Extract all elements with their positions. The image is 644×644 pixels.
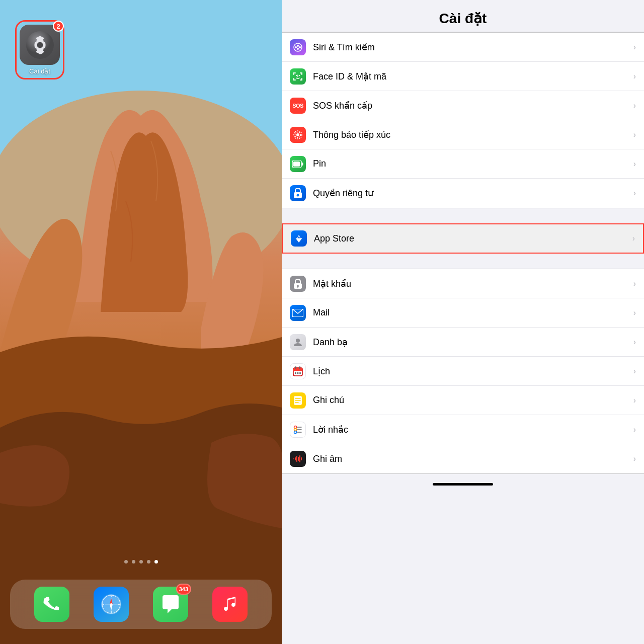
svg-point-18 (297, 45, 299, 47)
password-label: Mật khẩu (313, 278, 633, 289)
svg-rect-44 (299, 372, 301, 374)
dot-4[interactable] (147, 560, 150, 564)
siri-chevron: › (633, 43, 636, 52)
siri-icon (290, 39, 306, 55)
siri-label: Siri & Tìm kiếm (313, 42, 633, 53)
settings-item-privacy[interactable]: Quyền riêng tư › (282, 179, 644, 208)
svg-rect-59 (299, 455, 300, 462)
wallpaper (0, 0, 282, 644)
settings-list[interactable]: Siri & Tìm kiếm › (282, 32, 644, 644)
svg-point-36 (296, 339, 300, 343)
reminders-icon (290, 422, 306, 438)
settings-item-battery[interactable]: Pin › (282, 149, 644, 179)
privacy-icon (290, 185, 306, 201)
dot-1[interactable] (124, 560, 128, 564)
password-chevron: › (633, 279, 636, 288)
faceid-icon (290, 68, 306, 85)
calendar-icon (290, 363, 306, 379)
group-spacer-1 (282, 208, 644, 223)
mail-chevron: › (633, 308, 636, 317)
privacy-chevron: › (633, 189, 636, 198)
reminders-label: Lời nhắc (313, 424, 633, 435)
voice-label: Ghi âm (313, 454, 633, 464)
sos-chevron: › (633, 101, 636, 110)
notes-chevron: › (633, 396, 636, 405)
settings-item-exposure[interactable]: Thông báo tiếp xúc › (282, 120, 644, 149)
faceid-label: Face ID & Mật mã (313, 71, 633, 82)
settings-group-1: Siri & Tìm kiếm › (282, 32, 644, 208)
svg-point-51 (294, 431, 297, 433)
dock-music-icon[interactable] (212, 587, 248, 622)
settings-item-reminders[interactable]: Lời nhắc › (282, 415, 644, 444)
dot-5[interactable] (154, 560, 158, 564)
svg-rect-42 (295, 372, 296, 374)
sos-icon: SOS (290, 98, 306, 114)
settings-app-label: Cài đặt (29, 67, 50, 75)
svg-rect-58 (298, 457, 299, 461)
appstore-icon (291, 230, 307, 247)
appstore-chevron: › (632, 234, 635, 243)
settings-header: Cài đặt (282, 0, 644, 32)
settings-item-appstore[interactable]: App Store › (282, 223, 644, 254)
battery-label: Pin (313, 158, 633, 169)
voice-chevron: › (633, 454, 636, 463)
notes-label: Ghi chú (313, 395, 633, 406)
settings-group-2: Mật khẩu › Mail › (282, 269, 644, 474)
svg-rect-43 (297, 372, 299, 374)
dock-messages-icon[interactable]: 343 (153, 587, 188, 622)
dock-phone-icon[interactable] (34, 587, 69, 622)
dock-safari-icon[interactable] (94, 587, 129, 622)
svg-point-19 (299, 46, 301, 48)
svg-rect-57 (296, 456, 297, 462)
svg-point-31 (297, 194, 299, 197)
calendar-chevron: › (633, 367, 636, 376)
settings-app-icon[interactable]: 2 (20, 25, 60, 65)
svg-point-21 (296, 74, 297, 75)
password-icon (290, 276, 306, 292)
settings-item-contacts[interactable]: Danh bạ › (282, 328, 644, 357)
settings-title: Cài đặt (292, 10, 634, 27)
settings-item-password[interactable]: Mật khẩu › (282, 269, 644, 298)
page-dots (0, 560, 282, 564)
contacts-icon (290, 334, 306, 350)
mail-icon (290, 305, 306, 321)
svg-point-17 (295, 46, 297, 48)
dot-3[interactable] (139, 560, 143, 564)
home-screen: 2 Cài đặt (0, 0, 282, 644)
settings-item-notes[interactable]: Ghi chú › (282, 386, 644, 415)
exposure-icon (290, 127, 306, 143)
dock: 343 (10, 580, 272, 629)
exposure-chevron: › (633, 130, 636, 139)
voice-icon (290, 451, 306, 467)
faceid-chevron: › (633, 72, 636, 81)
settings-panel: Cài đặt Siri & Tìm kiếm › (282, 0, 644, 644)
settings-item-voice[interactable]: Ghi âm › (282, 444, 644, 473)
svg-point-20 (297, 48, 299, 50)
battery-icon (290, 156, 306, 172)
svg-rect-28 (293, 162, 300, 167)
messages-badge: 343 (176, 584, 191, 595)
settings-app-icon-container[interactable]: 2 Cài đặt (15, 20, 64, 79)
svg-rect-55 (293, 458, 294, 459)
mail-label: Mail (313, 307, 633, 318)
svg-point-11 (110, 603, 112, 605)
settings-item-faceid[interactable]: Face ID & Mật mã › (282, 62, 644, 91)
notes-icon (290, 392, 306, 409)
settings-item-sos[interactable]: SOS SOS khẩn cấp › (282, 91, 644, 120)
appstore-label: App Store (314, 233, 632, 244)
reminders-chevron: › (633, 425, 636, 434)
svg-point-22 (299, 74, 300, 75)
exposure-label: Thông báo tiếp xúc (313, 129, 633, 140)
contacts-chevron: › (633, 338, 636, 347)
dot-2[interactable] (132, 560, 135, 564)
svg-rect-29 (302, 163, 303, 166)
svg-point-24 (296, 133, 299, 136)
settings-item-calendar[interactable]: Lịch › (282, 357, 644, 386)
svg-point-4 (37, 42, 43, 48)
svg-rect-39 (293, 369, 302, 371)
settings-badge: 2 (53, 21, 64, 32)
settings-item-siri[interactable]: Siri & Tìm kiếm › (282, 33, 644, 62)
settings-item-mail[interactable]: Mail › (282, 298, 644, 328)
home-indicator (433, 483, 493, 486)
group-spacer-2 (282, 254, 644, 269)
